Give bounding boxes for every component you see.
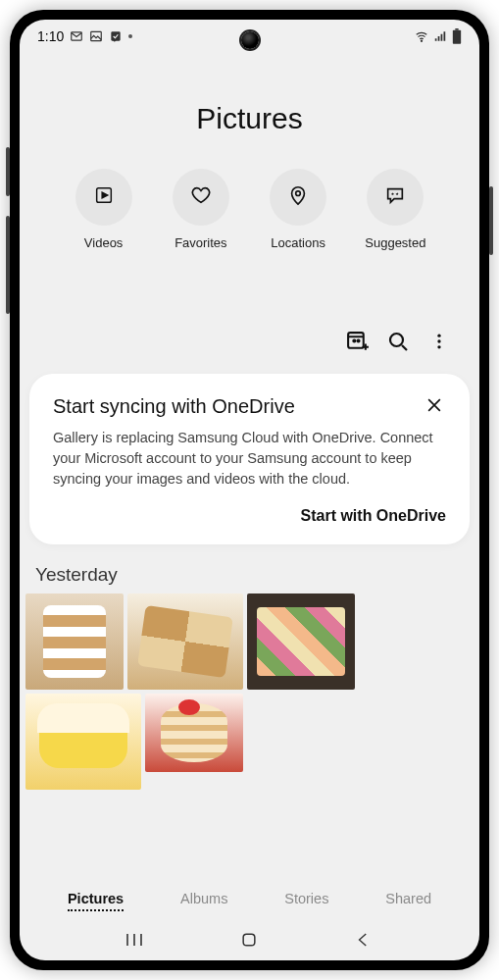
shortcut-label: Favorites xyxy=(175,235,226,250)
svg-rect-5 xyxy=(455,28,458,30)
volume-button[interactable] xyxy=(6,216,10,314)
power-button[interactable] xyxy=(489,186,493,255)
card-title: Start syncing with OneDrive xyxy=(53,395,295,418)
svg-point-12 xyxy=(437,335,440,337)
play-icon xyxy=(93,184,115,210)
svg-point-3 xyxy=(421,40,422,41)
shortcut-label: Videos xyxy=(84,235,124,250)
card-body: Gallery is replacing Samsung Cloud with … xyxy=(53,428,446,490)
check-icon xyxy=(109,29,123,43)
shortcut-suggested[interactable]: Suggested xyxy=(356,169,434,250)
image-icon xyxy=(89,29,103,43)
svg-point-11 xyxy=(390,334,403,346)
bottom-tabs: Pictures Albums Stories Shared xyxy=(20,869,479,919)
section-label-yesterday: Yesterday xyxy=(20,558,479,593)
wifi-icon xyxy=(415,29,428,43)
bixby-button[interactable] xyxy=(6,147,10,196)
photo-thumbnail[interactable] xyxy=(25,694,141,790)
photo-thumbnail[interactable] xyxy=(145,694,243,772)
photo-thumbnail[interactable] xyxy=(247,593,355,690)
screen: 1:10 xyxy=(20,20,479,960)
svg-point-14 xyxy=(437,345,440,348)
bubble-icon xyxy=(384,184,406,210)
svg-point-7 xyxy=(296,191,301,196)
battery-icon xyxy=(452,28,462,44)
onedrive-card: Start syncing with OneDrive Gallery is r… xyxy=(29,374,470,544)
tab-albums[interactable]: Albums xyxy=(180,891,227,911)
action-row xyxy=(20,289,479,366)
back-button[interactable] xyxy=(353,929,374,951)
tab-shared[interactable]: Shared xyxy=(385,891,431,911)
svg-rect-2 xyxy=(112,31,121,40)
page-title: Pictures xyxy=(39,102,460,135)
tab-stories[interactable]: Stories xyxy=(284,891,328,911)
svg-rect-15 xyxy=(244,934,256,946)
close-button[interactable] xyxy=(424,395,446,417)
svg-rect-4 xyxy=(453,30,461,44)
clock: 1:10 xyxy=(37,28,64,44)
shortcut-label: Suggested xyxy=(365,235,425,250)
create-button[interactable] xyxy=(344,329,370,354)
more-notifications-dot xyxy=(128,34,132,38)
shortcut-videos[interactable]: Videos xyxy=(65,169,143,250)
tab-pictures[interactable]: Pictures xyxy=(68,891,124,911)
svg-point-10 xyxy=(357,339,359,341)
svg-point-9 xyxy=(353,339,355,341)
shortcut-label: Locations xyxy=(271,235,325,250)
photo-grid xyxy=(20,593,479,790)
svg-point-13 xyxy=(437,339,440,342)
phone-frame: 1:10 xyxy=(10,10,489,970)
gmail-icon xyxy=(70,29,83,43)
search-button[interactable] xyxy=(385,329,411,354)
start-onedrive-button[interactable]: Start with OneDrive xyxy=(53,507,446,525)
front-camera xyxy=(241,31,259,49)
heart-icon xyxy=(190,184,212,210)
recent-apps-button[interactable] xyxy=(125,929,146,951)
pin-icon xyxy=(287,184,309,210)
shortcut-favorites[interactable]: Favorites xyxy=(162,169,240,250)
system-nav-bar xyxy=(20,919,479,960)
gallery-header: Pictures Videos Favo xyxy=(20,53,479,289)
shortcut-locations[interactable]: Locations xyxy=(259,169,337,250)
photo-thumbnail[interactable] xyxy=(25,593,124,690)
more-button[interactable] xyxy=(426,329,452,354)
home-button[interactable] xyxy=(238,929,260,951)
signal-icon xyxy=(433,29,447,43)
photo-thumbnail[interactable] xyxy=(127,593,243,690)
